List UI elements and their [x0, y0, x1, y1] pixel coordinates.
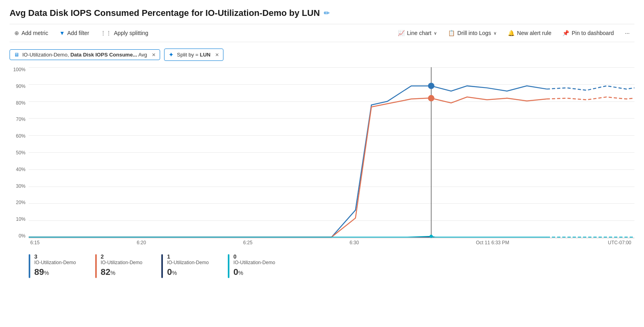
legend-name-1: IO-Utilization-Demo — [167, 260, 209, 265]
y-label-90: 90% — [16, 84, 25, 89]
legend-item-3: 3 IO-Utilization-Demo 89% — [29, 253, 76, 278]
drill-logs-icon: 📋 — [448, 30, 455, 36]
blue-line-solid-2 — [431, 86, 547, 91]
pin-icon: 📌 — [562, 30, 569, 36]
orange-dot — [428, 95, 435, 101]
more-options-button[interactable]: ··· — [620, 27, 634, 39]
chart-area: 100% 90% 80% 70% 60% 50% 40% 30% 20% 10%… — [10, 67, 634, 245]
line-chart-button[interactable]: 📈 Line chart ∨ — [393, 27, 442, 39]
x-label-620: 6:20 — [137, 240, 146, 245]
split-filter-chip[interactable]: ✦ Split by = LUN ✕ — [164, 49, 223, 61]
y-label-70: 70% — [16, 117, 25, 122]
y-axis: 100% 90% 80% 70% 60% 50% 40% 30% 20% 10%… — [10, 67, 29, 238]
split-chip-text: Split by = LUN — [177, 52, 210, 58]
y-label-20: 20% — [16, 200, 25, 205]
legend-name-3: IO-Utilization-Demo — [34, 260, 76, 265]
legend-bar-3 — [29, 254, 30, 278]
x-label-625: 6:25 — [243, 240, 253, 245]
legend-num-3: 3 — [34, 253, 76, 260]
timezone-label: UTC-07:00 — [608, 240, 634, 245]
legend-value-1: 0% — [167, 267, 209, 277]
metric-chip-close[interactable]: ✕ — [152, 52, 156, 58]
legend-bar-0 — [228, 254, 229, 278]
x-label-615: 6:15 — [30, 240, 39, 245]
add-filter-icon: ▼ — [59, 30, 65, 36]
metric-chip-text: IO-Utilization-Demo, Data Disk IOPS Cons… — [22, 52, 147, 58]
split-chip-icon: ✦ — [168, 51, 174, 58]
y-label-30: 30% — [16, 184, 25, 189]
filters-row: 🖥 IO-Utilization-Demo, Data Disk IOPS Co… — [10, 49, 634, 61]
legend-bar-2 — [95, 254, 97, 278]
legend-content-0: 0 IO-Utilization-Demo 0% — [233, 253, 275, 277]
alert-icon: 🔔 — [508, 30, 515, 36]
legend-content-3: 3 IO-Utilization-Demo 89% — [34, 253, 76, 277]
legend-name-0: IO-Utilization-Demo — [233, 260, 275, 265]
line-chart-icon: 📈 — [398, 30, 405, 36]
x-axis-row: 6:15 6:20 6:25 6:30 Oct 11 6:33 PM UTC-0… — [29, 240, 634, 245]
legend-bar-1 — [161, 254, 163, 278]
title-row: Avg Data Disk IOPS Consumed Percentage f… — [10, 8, 634, 18]
legend-num-0: 0 — [233, 253, 275, 260]
teal-dot — [430, 235, 433, 238]
y-label-40: 40% — [16, 167, 25, 172]
chart-wrapper: 100% 90% 80% 70% 60% 50% 40% 30% 20% 10%… — [10, 67, 634, 238]
legend-value-0: 0% — [233, 267, 275, 277]
add-metric-icon: ⊕ — [14, 30, 19, 36]
legend-name-2: IO-Utilization-Demo — [101, 260, 143, 265]
blue-line-dashed — [547, 86, 634, 90]
y-label-0: 0% — [19, 234, 25, 238]
toolbar: ⊕ Add metric ▼ Add filter ⋮⋮ Apply split… — [10, 24, 634, 42]
legend-content-2: 2 IO-Utilization-Demo 82% — [101, 253, 143, 277]
add-metric-button[interactable]: ⊕ Add metric — [10, 27, 53, 39]
apply-splitting-icon: ⋮⋮ — [100, 30, 112, 36]
legend-item-1: 1 IO-Utilization-Demo 0% — [161, 253, 209, 278]
add-filter-button[interactable]: ▼ Add filter — [55, 27, 94, 39]
legend-num-2: 2 — [101, 253, 143, 260]
legend-row: 3 IO-Utilization-Demo 89% 2 IO-Utilizati… — [29, 253, 634, 282]
x-label-630: 6:30 — [350, 240, 359, 245]
legend-content-1: 1 IO-Utilization-Demo 0% — [167, 253, 209, 277]
metric-filter-chip[interactable]: 🖥 IO-Utilization-Demo, Data Disk IOPS Co… — [10, 49, 160, 60]
line-chart-dropdown-arrow: ∨ — [434, 31, 437, 36]
legend-value-2: 82% — [101, 267, 143, 277]
y-label-60: 60% — [16, 134, 25, 138]
y-label-80: 80% — [16, 101, 25, 105]
drill-into-logs-button[interactable]: 📋 Drill into Logs ∨ — [443, 27, 501, 39]
page-title: Avg Data Disk IOPS Consumed Percentage f… — [10, 8, 320, 18]
metric-chip-icon: 🖥 — [14, 52, 19, 58]
orange-line-solid — [29, 98, 431, 237]
y-label-50: 50% — [16, 150, 25, 155]
legend-value-3: 89% — [34, 267, 76, 277]
x-label-crosshair: Oct 11 6:33 PM — [476, 240, 509, 245]
orange-line-solid-2 — [431, 97, 547, 103]
legend-num-1: 1 — [167, 253, 209, 260]
y-label-10: 10% — [16, 217, 25, 222]
legend-item-2: 2 IO-Utilization-Demo 82% — [95, 253, 143, 278]
y-label-100: 100% — [13, 67, 25, 72]
chart-body — [29, 67, 634, 238]
x-labels: 6:15 6:20 6:25 6:30 Oct 11 6:33 PM — [29, 240, 608, 245]
chart-svg — [29, 67, 634, 238]
split-chip-close[interactable]: ✕ — [215, 52, 219, 58]
edit-icon[interactable]: ✏ — [324, 9, 330, 18]
apply-splitting-button[interactable]: ⋮⋮ Apply splitting — [96, 27, 153, 39]
pin-to-dashboard-button[interactable]: 📌 Pin to dashboard — [558, 27, 619, 39]
toolbar-right: 📈 Line chart ∨ 📋 Drill into Logs ∨ 🔔 New… — [393, 27, 634, 39]
blue-dot — [428, 83, 435, 89]
drill-logs-dropdown-arrow: ∨ — [493, 31, 497, 36]
orange-line-dashed — [547, 97, 634, 100]
new-alert-rule-button[interactable]: 🔔 New alert rule — [503, 27, 556, 39]
legend-item-0: 0 IO-Utilization-Demo 0% — [228, 253, 275, 278]
